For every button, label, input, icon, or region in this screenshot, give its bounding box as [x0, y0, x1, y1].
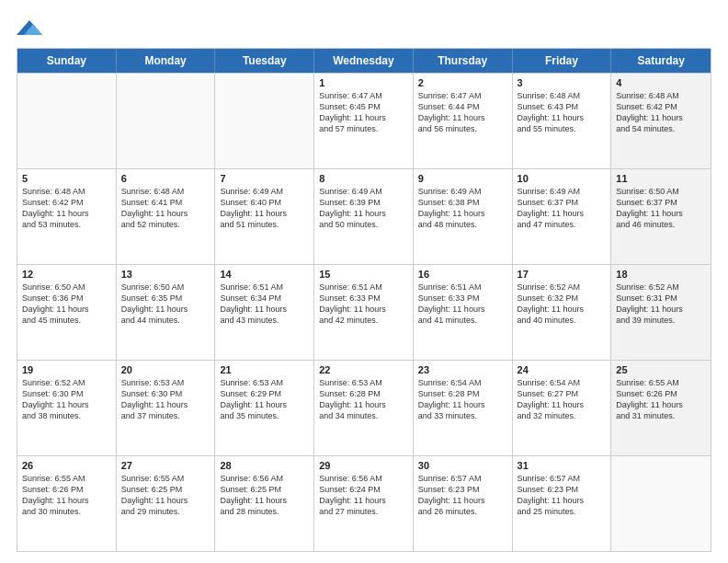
header-cell-monday: Monday	[117, 49, 216, 73]
day-info: Sunrise: 6:55 AM Sunset: 6:26 PM Dayligh…	[22, 473, 111, 518]
empty-cell	[17, 74, 117, 168]
day-info: Sunrise: 6:47 AM Sunset: 6:45 PM Dayligh…	[319, 90, 408, 135]
day-info: Sunrise: 6:52 AM Sunset: 6:31 PM Dayligh…	[616, 282, 706, 327]
day-cell: 27Sunrise: 6:55 AM Sunset: 6:25 PM Dayli…	[117, 456, 216, 551]
day-cell: 2Sunrise: 6:47 AM Sunset: 6:44 PM Daylig…	[414, 74, 513, 168]
header-cell-tuesday: Tuesday	[215, 49, 314, 73]
day-info: Sunrise: 6:51 AM Sunset: 6:33 PM Dayligh…	[418, 282, 507, 327]
day-info: Sunrise: 6:57 AM Sunset: 6:23 PM Dayligh…	[518, 473, 607, 518]
header-cell-wednesday: Wednesday	[314, 49, 414, 73]
calendar-row: 19Sunrise: 6:52 AM Sunset: 6:30 PM Dayli…	[17, 360, 711, 455]
day-info: Sunrise: 6:50 AM Sunset: 6:37 PM Dayligh…	[616, 186, 706, 231]
day-number: 6	[121, 173, 210, 184]
day-cell: 21Sunrise: 6:53 AM Sunset: 6:29 PM Dayli…	[215, 361, 314, 455]
day-cell: 26Sunrise: 6:55 AM Sunset: 6:26 PM Dayli…	[17, 456, 117, 551]
day-cell: 5Sunrise: 6:48 AM Sunset: 6:42 PM Daylig…	[17, 169, 117, 264]
day-number: 18	[616, 269, 706, 280]
day-info: Sunrise: 6:50 AM Sunset: 6:35 PM Dayligh…	[121, 282, 210, 327]
day-cell: 4Sunrise: 6:48 AM Sunset: 6:42 PM Daylig…	[611, 74, 711, 168]
day-cell: 7Sunrise: 6:49 AM Sunset: 6:40 PM Daylig…	[215, 169, 314, 264]
day-number: 7	[220, 173, 309, 184]
day-info: Sunrise: 6:48 AM Sunset: 6:41 PM Dayligh…	[121, 186, 210, 231]
day-number: 24	[518, 364, 607, 375]
day-number: 9	[418, 173, 507, 184]
empty-cell	[215, 74, 314, 168]
day-info: Sunrise: 6:49 AM Sunset: 6:39 PM Dayligh…	[319, 186, 408, 231]
day-cell: 24Sunrise: 6:54 AM Sunset: 6:27 PM Dayli…	[513, 361, 612, 455]
day-cell: 29Sunrise: 6:56 AM Sunset: 6:24 PM Dayli…	[314, 456, 414, 551]
day-info: Sunrise: 6:55 AM Sunset: 6:25 PM Dayligh…	[121, 473, 210, 518]
header-cell-thursday: Thursday	[414, 49, 513, 73]
day-cell: 28Sunrise: 6:56 AM Sunset: 6:25 PM Dayli…	[215, 456, 314, 551]
day-number: 30	[418, 460, 507, 471]
empty-cell	[117, 74, 216, 168]
top-section	[17, 17, 711, 39]
empty-cell	[611, 456, 711, 551]
day-cell: 14Sunrise: 6:51 AM Sunset: 6:34 PM Dayli…	[215, 265, 314, 360]
day-cell: 19Sunrise: 6:52 AM Sunset: 6:30 PM Dayli…	[17, 361, 117, 455]
day-info: Sunrise: 6:48 AM Sunset: 6:42 PM Dayligh…	[616, 90, 706, 135]
day-info: Sunrise: 6:49 AM Sunset: 6:37 PM Dayligh…	[518, 186, 607, 231]
day-number: 25	[616, 364, 706, 375]
day-number: 2	[418, 77, 507, 88]
day-number: 29	[319, 460, 408, 471]
day-info: Sunrise: 6:57 AM Sunset: 6:23 PM Dayligh…	[418, 473, 507, 518]
day-info: Sunrise: 6:47 AM Sunset: 6:44 PM Dayligh…	[418, 90, 507, 135]
calendar-row: 1Sunrise: 6:47 AM Sunset: 6:45 PM Daylig…	[17, 73, 711, 168]
day-number: 12	[22, 269, 111, 280]
day-cell: 18Sunrise: 6:52 AM Sunset: 6:31 PM Dayli…	[611, 265, 711, 360]
day-cell: 23Sunrise: 6:54 AM Sunset: 6:28 PM Dayli…	[414, 361, 513, 455]
day-cell: 1Sunrise: 6:47 AM Sunset: 6:45 PM Daylig…	[314, 74, 414, 168]
header-cell-saturday: Saturday	[611, 49, 711, 73]
day-cell: 8Sunrise: 6:49 AM Sunset: 6:39 PM Daylig…	[314, 169, 414, 264]
day-number: 5	[22, 173, 111, 184]
day-cell: 6Sunrise: 6:48 AM Sunset: 6:41 PM Daylig…	[117, 169, 216, 264]
header-cell-sunday: Sunday	[17, 49, 117, 73]
day-number: 4	[616, 77, 706, 88]
day-number: 1	[319, 77, 408, 88]
day-number: 26	[22, 460, 111, 471]
day-info: Sunrise: 6:53 AM Sunset: 6:30 PM Dayligh…	[121, 377, 210, 422]
day-cell: 30Sunrise: 6:57 AM Sunset: 6:23 PM Dayli…	[414, 456, 513, 551]
day-info: Sunrise: 6:52 AM Sunset: 6:32 PM Dayligh…	[518, 282, 607, 327]
day-number: 14	[220, 269, 309, 280]
day-info: Sunrise: 6:48 AM Sunset: 6:42 PM Dayligh…	[22, 186, 111, 231]
day-number: 21	[220, 364, 309, 375]
day-number: 28	[220, 460, 309, 471]
day-number: 10	[518, 173, 607, 184]
calendar-row: 12Sunrise: 6:50 AM Sunset: 6:36 PM Dayli…	[17, 264, 711, 360]
day-info: Sunrise: 6:49 AM Sunset: 6:40 PM Dayligh…	[220, 186, 309, 231]
day-info: Sunrise: 6:56 AM Sunset: 6:24 PM Dayligh…	[319, 473, 408, 518]
day-cell: 13Sunrise: 6:50 AM Sunset: 6:35 PM Dayli…	[117, 265, 216, 360]
day-cell: 11Sunrise: 6:50 AM Sunset: 6:37 PM Dayli…	[611, 169, 711, 264]
day-info: Sunrise: 6:53 AM Sunset: 6:29 PM Dayligh…	[220, 377, 309, 422]
day-cell: 9Sunrise: 6:49 AM Sunset: 6:38 PM Daylig…	[414, 169, 513, 264]
day-number: 8	[319, 173, 408, 184]
day-number: 27	[121, 460, 210, 471]
calendar-row: 26Sunrise: 6:55 AM Sunset: 6:26 PM Dayli…	[17, 455, 711, 551]
day-cell: 22Sunrise: 6:53 AM Sunset: 6:28 PM Dayli…	[314, 361, 414, 455]
day-cell: 20Sunrise: 6:53 AM Sunset: 6:30 PM Dayli…	[117, 361, 216, 455]
calendar-row: 5Sunrise: 6:48 AM Sunset: 6:42 PM Daylig…	[17, 168, 711, 264]
calendar-body: 1Sunrise: 6:47 AM Sunset: 6:45 PM Daylig…	[17, 73, 711, 551]
day-cell: 16Sunrise: 6:51 AM Sunset: 6:33 PM Dayli…	[414, 265, 513, 360]
day-info: Sunrise: 6:52 AM Sunset: 6:30 PM Dayligh…	[22, 377, 111, 422]
day-info: Sunrise: 6:54 AM Sunset: 6:28 PM Dayligh…	[418, 377, 507, 422]
day-cell: 10Sunrise: 6:49 AM Sunset: 6:37 PM Dayli…	[513, 169, 612, 264]
day-info: Sunrise: 6:56 AM Sunset: 6:25 PM Dayligh…	[220, 473, 309, 518]
day-number: 17	[518, 269, 607, 280]
day-number: 3	[518, 77, 607, 88]
day-number: 20	[121, 364, 210, 375]
day-number: 23	[418, 364, 507, 375]
day-info: Sunrise: 6:55 AM Sunset: 6:26 PM Dayligh…	[616, 377, 706, 422]
day-cell: 12Sunrise: 6:50 AM Sunset: 6:36 PM Dayli…	[17, 265, 117, 360]
logo-icon	[17, 17, 42, 39]
day-info: Sunrise: 6:50 AM Sunset: 6:36 PM Dayligh…	[22, 282, 111, 327]
calendar-header: SundayMondayTuesdayWednesdayThursdayFrid…	[17, 49, 711, 73]
day-number: 19	[22, 364, 111, 375]
day-info: Sunrise: 6:54 AM Sunset: 6:27 PM Dayligh…	[518, 377, 607, 422]
header-cell-friday: Friday	[513, 49, 612, 73]
day-number: 11	[616, 173, 706, 184]
day-number: 31	[518, 460, 607, 471]
day-number: 15	[319, 269, 408, 280]
